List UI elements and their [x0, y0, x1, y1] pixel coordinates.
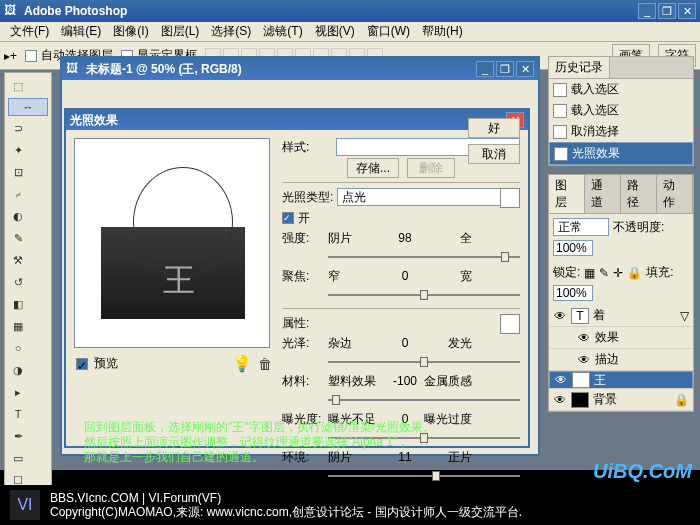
tool-move[interactable]: ↔ — [8, 98, 48, 116]
layer-row[interactable]: 👁描边 — [549, 349, 693, 371]
lock-all-icon[interactable]: 🔒 — [627, 266, 642, 280]
lock-icon: 🔒 — [674, 393, 689, 407]
auto-select-checkbox[interactable] — [25, 50, 37, 62]
history-panel: 历史记录 载入选区 载入选区 取消选择 光照效果 — [548, 56, 694, 166]
menu-bar: 文件(F) 编辑(E) 图像(I) 图层(L) 选择(S) 滤镜(T) 视图(V… — [0, 22, 700, 42]
menu-image[interactable]: 图像(I) — [107, 21, 154, 42]
light-type-label: 光照类型: — [282, 189, 333, 206]
brand-watermark: UiBQ.CoM — [593, 460, 692, 483]
properties-label: 属性: — [282, 315, 332, 332]
maximize-button[interactable]: ❐ — [658, 3, 676, 19]
layer-row[interactable]: 👁背景🔒 — [549, 389, 693, 411]
menu-view[interactable]: 视图(V) — [309, 21, 361, 42]
gloss-label: 光泽: — [282, 335, 324, 352]
opacity-label: 不透明度: — [613, 219, 664, 236]
footer-logo: VI — [10, 490, 40, 520]
close-button[interactable]: ✕ — [678, 3, 696, 19]
eye-icon[interactable]: 👁 — [553, 393, 567, 407]
history-item[interactable]: 光照效果 — [549, 142, 693, 165]
doc-maximize[interactable]: ❐ — [496, 61, 514, 77]
tool-pen[interactable]: ✒ — [8, 426, 28, 446]
app-icon: 🖼 — [4, 3, 20, 19]
minimize-button[interactable]: _ — [638, 3, 656, 19]
menu-edit[interactable]: 编辑(E) — [55, 21, 107, 42]
lock-pos-icon[interactable]: ✛ — [613, 266, 623, 280]
app-title: Adobe Photoshop — [24, 4, 638, 18]
menu-file[interactable]: 文件(F) — [4, 21, 55, 42]
on-label: 开 — [298, 210, 310, 227]
history-item[interactable]: 取消选择 — [549, 121, 693, 142]
footer-line1: BBS.VIcnc.COM | VI.Forum(VF) — [50, 491, 522, 505]
tool-path[interactable]: ▸ — [8, 382, 28, 402]
menu-layer[interactable]: 图层(L) — [155, 21, 206, 42]
history-item[interactable]: 载入选区 — [549, 100, 693, 121]
menu-help[interactable]: 帮助(H) — [416, 21, 469, 42]
footer-line2: Copyright(C)MAOMAO,来源: www.vicnc.com,创意设… — [50, 505, 522, 519]
layer-row[interactable]: 👁王 — [549, 371, 693, 389]
focus-label: 聚焦: — [282, 268, 324, 285]
paths-tab[interactable]: 路径 — [621, 175, 657, 213]
channels-tab[interactable]: 通道 — [585, 175, 621, 213]
delete-button[interactable]: 删除 — [407, 158, 455, 178]
dialog-title: 光照效果 — [70, 112, 506, 129]
lock-label: 锁定: — [553, 264, 580, 281]
tool-wand[interactable]: ✦ — [8, 140, 28, 160]
doc-minimize[interactable]: _ — [476, 61, 494, 77]
history-item[interactable]: 载入选区 — [549, 79, 693, 100]
tool-lasso[interactable]: ⊃ — [8, 118, 28, 138]
move-tool-icon: ▸+ — [4, 49, 17, 63]
actions-tab[interactable]: 动作 — [657, 175, 693, 213]
tutorial-caption: 回到图层面板，选择刚刚的"王"字图层，执行滤镜/渲染/光照效果。 然后按照上面演… — [84, 420, 584, 465]
layer-row[interactable]: 👁T着▽ — [549, 305, 693, 327]
menu-window[interactable]: 窗口(W) — [361, 21, 416, 42]
lock-pixel-icon[interactable]: ✎ — [599, 266, 609, 280]
ok-button[interactable]: 好 — [468, 118, 520, 138]
trash-icon[interactable]: 🗑 — [258, 356, 272, 372]
doc-icon: 🖼 — [66, 61, 82, 77]
tool-brush[interactable]: ✎ — [8, 228, 28, 248]
tool-eraser[interactable]: ◧ — [8, 294, 28, 314]
layers-tab[interactable]: 图层 — [549, 175, 585, 213]
tool-blur[interactable]: ○ — [8, 338, 28, 358]
doc-close[interactable]: ✕ — [516, 61, 534, 77]
lock-trans-icon[interactable]: ▦ — [584, 266, 595, 280]
light-color-swatch[interactable] — [500, 188, 520, 208]
fill-label: 填充: — [646, 264, 673, 281]
tool-type[interactable]: T — [8, 404, 28, 424]
preview-area[interactable]: 王 — [74, 138, 270, 348]
eye-icon[interactable]: 👁 — [553, 309, 567, 323]
gloss-slider[interactable] — [328, 361, 520, 363]
toolbox: ⬚ ↔ ⊃ ✦ ⊡ ⌿ ◐ ✎ ⚒ ↺ ◧ ▦ ○ ◑ ▸ T ✒ ▭ ☐ ✦ … — [4, 72, 52, 525]
menu-filter[interactable]: 滤镜(T) — [257, 21, 308, 42]
cancel-button[interactable]: 取消 — [468, 144, 520, 164]
app-titlebar: 🖼 Adobe Photoshop _ ❐ ✕ — [0, 0, 700, 22]
tool-slice[interactable]: ⌿ — [8, 184, 28, 204]
tool-dodge[interactable]: ◑ — [8, 360, 28, 380]
eye-icon[interactable]: 👁 — [577, 331, 591, 345]
preview-label: 预览 — [94, 355, 118, 372]
fill-input[interactable]: 100% — [553, 285, 593, 301]
tool-gradient[interactable]: ▦ — [8, 316, 28, 336]
material-slider[interactable] — [328, 399, 520, 401]
tool-shape[interactable]: ▭ — [8, 448, 28, 468]
on-checkbox[interactable]: ✓ — [282, 212, 294, 224]
preview-checkbox[interactable]: ✓ — [76, 358, 88, 370]
layers-panel: 图层 通道 路径 动作 正常 不透明度: 100% 锁定: ▦ ✎ ✛ 🔒 填充… — [548, 174, 694, 412]
bulb-icon[interactable]: 💡 — [232, 354, 252, 373]
tool-stamp[interactable]: ⚒ — [8, 250, 28, 270]
eye-icon[interactable]: 👁 — [577, 353, 591, 367]
footer: VI BBS.VIcnc.COM | VI.Forum(VF) Copyrigh… — [0, 485, 700, 525]
menu-select[interactable]: 选择(S) — [205, 21, 257, 42]
ambience-slider[interactable] — [328, 475, 520, 477]
layer-row[interactable]: 👁效果 — [549, 327, 693, 349]
history-tab[interactable]: 历史记录 — [549, 57, 610, 78]
opacity-input[interactable]: 100% — [553, 240, 593, 256]
save-button[interactable]: 存储... — [347, 158, 399, 178]
tool-history-brush[interactable]: ↺ — [8, 272, 28, 292]
tool-crop[interactable]: ⊡ — [8, 162, 28, 182]
ambience-color-swatch[interactable] — [500, 314, 520, 334]
eye-icon[interactable]: 👁 — [554, 373, 568, 387]
blend-mode-select[interactable]: 正常 — [553, 218, 609, 236]
tool-marquee[interactable]: ⬚ — [8, 76, 28, 96]
tool-heal[interactable]: ◐ — [8, 206, 28, 226]
